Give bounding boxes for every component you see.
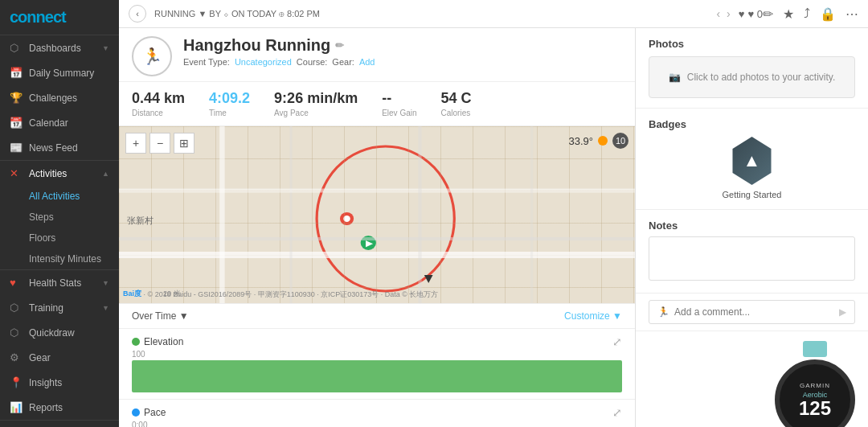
sidebar-item-news-feed[interactable]: 📰 News Feed: [0, 135, 119, 160]
sidebar-label-dashboards: Dashboards: [29, 43, 102, 54]
main-content: ‹ RUNNING ▼ BY ⬦ ON TODAY ⊕ 8:02 PM ‹ › …: [119, 0, 868, 427]
badge-label: Getting Started: [723, 190, 782, 199]
activity-map[interactable]: ▶ + − ⊞ 33.9° 10 张新村 Bai度: [119, 126, 635, 303]
pagination-nav: ‹ ›: [716, 7, 730, 20]
sidebar-sub-steps[interactable]: Steps: [0, 207, 119, 228]
map-roads: [119, 126, 635, 303]
sidebar-item-health-stats[interactable]: ♥ Health Stats ▼: [0, 270, 119, 295]
chevron-down-icon: ▼: [102, 279, 109, 287]
sidebar-item-calendar[interactable]: 📆 Calendar: [0, 110, 119, 135]
sidebar-item-activities[interactable]: ✕ Activities ▲: [0, 161, 119, 186]
heart-button[interactable]: ♥ ♥ 0: [739, 8, 763, 20]
edit-icon[interactable]: ✏: [763, 6, 773, 22]
elev-gain-label: Elev Gain: [382, 109, 416, 117]
back-button[interactable]: ‹: [129, 5, 146, 23]
time-label: Time: [209, 109, 250, 117]
sidebar-main-nav: ⬡ Dashboards ▼ 📅 Daily Summary 🏆 Challen…: [0, 35, 119, 160]
sidebar-label-reports: Reports: [29, 402, 109, 413]
next-button[interactable]: ›: [727, 7, 731, 20]
chevron-icon: ▼: [102, 44, 109, 52]
stat-calories: 54 C Calories: [441, 90, 472, 117]
watch-band-top: [803, 341, 827, 357]
sidebar-item-gear[interactable]: ⚙ Gear: [0, 345, 119, 370]
sidebar-item-dashboards[interactable]: ⬡ Dashboards ▼: [0, 35, 119, 60]
sidebar-item-training[interactable]: ⬡ Training ▼: [0, 295, 119, 320]
sidebar-item-insights[interactable]: 📍 Insights: [0, 370, 119, 395]
sidebar-item-daily-summary[interactable]: 📅 Daily Summary: [0, 60, 119, 85]
gear-label: Gear:: [332, 57, 354, 67]
zoom-out-button[interactable]: −: [149, 133, 170, 154]
left-panel: 🏃 Hangzhou Running ✏ Event Type: Uncateg…: [119, 28, 635, 427]
share-icon[interactable]: ⤴: [804, 6, 810, 21]
customize-button[interactable]: Customize ▼: [564, 310, 622, 322]
sidebar-label-gear: Gear: [29, 352, 109, 363]
sidebar: connect ⬡ Dashboards ▼ 📅 Daily Summary 🏆…: [0, 0, 119, 427]
distance-label: Distance: [132, 109, 185, 117]
add-photo-button[interactable]: 📷 Click to add photos to your activity.: [649, 56, 855, 98]
elev-gain-value: --: [382, 90, 416, 107]
time-value: 4:09.2: [209, 90, 250, 107]
pace-expand-icon[interactable]: ⤢: [612, 406, 622, 419]
lock-icon[interactable]: 🔒: [820, 6, 836, 22]
zoom-in-button[interactable]: +: [125, 133, 146, 154]
pace-dot: [132, 409, 140, 417]
layers-button[interactable]: ⊞: [174, 133, 194, 154]
photo-placeholder-text: Click to add photos to your activity.: [687, 72, 836, 83]
gear-add-link[interactable]: Add: [359, 57, 375, 67]
watch-preview: GARMIN Aerobic 125: [636, 331, 868, 427]
activity-header: 🏃 Hangzhou Running ✏ Event Type: Uncateg…: [119, 28, 635, 82]
reports-icon: 📊: [10, 401, 23, 413]
sidebar-sub-all-activities[interactable]: All Activities: [0, 186, 119, 207]
elevation-label-text: Elevation: [144, 336, 183, 347]
elevation-expand-icon[interactable]: ⤢: [612, 335, 622, 348]
breadcrumb: RUNNING ▼ BY ⬦ ON TODAY ⊕ 8:02 PM: [154, 9, 708, 18]
sidebar-label-activities: Activities: [29, 168, 102, 179]
content-area: 🏃 Hangzhou Running ✏ Event Type: Uncateg…: [119, 28, 868, 427]
daily-summary-icon: 📅: [10, 67, 23, 79]
watch-value: 125: [799, 399, 831, 418]
pace-header: Pace ⤢: [132, 406, 622, 419]
activity-meta: Event Type: Uncategorized Course: Gear: …: [183, 57, 622, 67]
copyright-text: · © 2018 Baidu - GSI2016/2089号 · 甲测资字110…: [144, 289, 439, 298]
sidebar-sub-intensity[interactable]: Intensity Minutes: [0, 248, 119, 269]
sidebar-label-daily-summary: Daily Summary: [29, 68, 109, 79]
activity-title: Hangzhou Running ✏: [183, 36, 622, 55]
sidebar-label-training: Training: [29, 302, 102, 314]
prev-button[interactable]: ‹: [716, 7, 720, 20]
photos-section: Photos 📷 Click to add photos to your act…: [636, 28, 868, 109]
notes-textarea[interactable]: [649, 236, 855, 281]
elevation-chart: Elevation ⤢ 100: [119, 329, 635, 400]
sidebar-label-calendar: Calendar: [29, 117, 109, 129]
health-icon: ♥: [10, 277, 23, 289]
watch-display: GARMIN Aerobic 125: [775, 341, 855, 427]
notes-title: Notes: [649, 220, 855, 232]
pace-label-text: Pace: [144, 407, 166, 418]
map-controls: + − ⊞: [125, 133, 194, 154]
camera-icon: 📷: [669, 72, 681, 83]
sub-label-floors: Floors: [29, 232, 55, 244]
temp-badge: 10: [612, 133, 628, 149]
more-icon[interactable]: ⋯: [845, 6, 858, 22]
over-time-label[interactable]: Over Time ▼: [132, 310, 189, 322]
star-icon[interactable]: ★: [783, 6, 794, 22]
title-edit-icon[interactable]: ✏: [335, 39, 344, 51]
chevron-up-icon: ▲: [102, 170, 109, 178]
sub-label-steps: Steps: [29, 211, 54, 223]
comment-section: 🏃 ▶: [636, 294, 868, 331]
sidebar-health-section: ♥ Health Stats ▼ ⬡ Training ▼ ⬡ Quickdra…: [0, 269, 119, 420]
event-type-value[interactable]: Uncategorized: [235, 57, 292, 67]
sidebar-item-quickdraw[interactable]: ⬡ Quickdraw: [0, 320, 119, 345]
comment-send-icon[interactable]: ▶: [839, 306, 846, 318]
sidebar-item-connections[interactable]: 👤 Connections: [0, 421, 119, 427]
sub-label-all-activities: All Activities: [29, 191, 80, 202]
comment-input-field[interactable]: [674, 306, 839, 318]
stats-row: 0.44 km Distance 4:09.2 Time 9:26 min/km…: [119, 82, 635, 126]
activities-icon: ✕: [10, 167, 23, 179]
stat-distance: 0.44 km Distance: [132, 90, 185, 117]
stat-elev-gain: -- Elev Gain: [382, 90, 416, 117]
sidebar-item-challenges[interactable]: 🏆 Challenges: [0, 85, 119, 110]
sidebar-item-reports[interactable]: 📊 Reports: [0, 395, 119, 420]
weather-icon: [598, 136, 608, 146]
sidebar-sub-floors[interactable]: Floors: [0, 228, 119, 248]
activity-info: Hangzhou Running ✏ Event Type: Uncategor…: [183, 36, 622, 67]
